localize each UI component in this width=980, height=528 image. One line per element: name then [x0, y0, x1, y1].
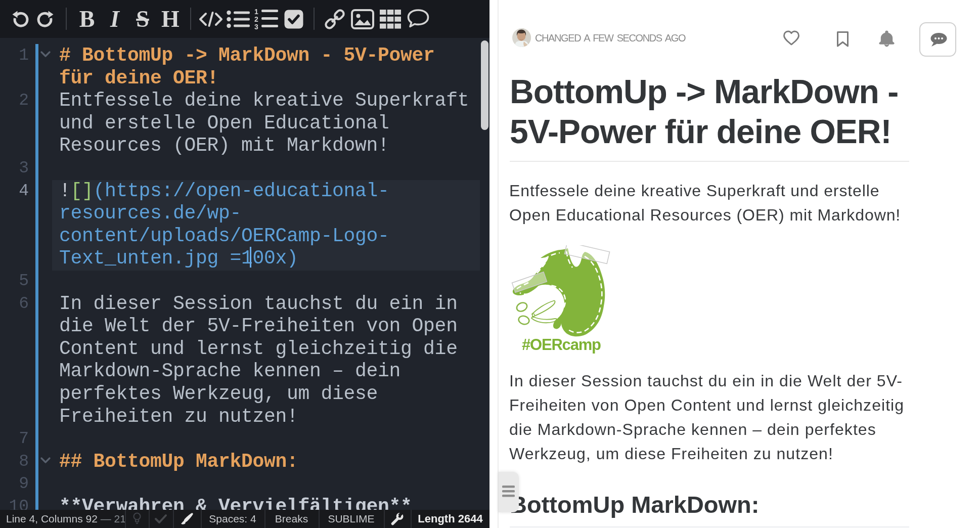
svg-text:3: 3 — [254, 23, 258, 31]
svg-text:1: 1 — [254, 8, 258, 16]
svg-text:2: 2 — [254, 15, 258, 23]
